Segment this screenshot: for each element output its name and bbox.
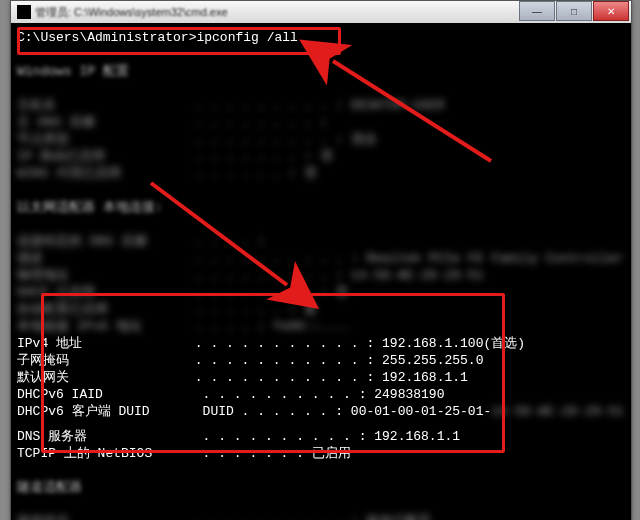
- host-row: 主机名 . . . . . . . . . : DESKTOP-USER: [17, 97, 625, 114]
- dns-suffix-row: 主 DNS 后缀 . . . . . . . . :: [17, 114, 625, 131]
- dns-row: DNS 服务器 . . . . . . . . . . : 192.168.1.…: [17, 428, 625, 445]
- desc-row: 描述 . . . . . . . . . . : Realtek PCIe FE…: [17, 250, 625, 267]
- command-line: C:\Users\Administrator>ipconfig /all: [17, 29, 625, 46]
- conn-dns-row: 连接特定的 DNS 后缀 . . . . :: [17, 233, 625, 250]
- minimize-button[interactable]: —: [519, 1, 555, 21]
- tunnel-title: 隧道适配器: [17, 479, 625, 496]
- maximize-button[interactable]: □: [556, 1, 592, 21]
- window-buttons: — □ ✕: [518, 1, 629, 21]
- duid-row: DHCPv6 客户端 DUID DUID . . . . . . : 00-01…: [17, 403, 625, 420]
- cmd-window: 管理员: C:\Windows\system32\cmd.exe — □ ✕ C…: [10, 0, 632, 520]
- ipv6-row: 本地链接 IPv6 地址 . . . . : fe80::....: [17, 318, 625, 335]
- section-windows-ip: Windows IP 配置: [17, 63, 625, 80]
- iaid-row: DHCPv6 IAID . . . . . . . . . . : 249838…: [17, 386, 625, 403]
- routing-row: IP 路由已启用 . . . . . . . : 否: [17, 148, 625, 165]
- wins-row: WINS 代理已启用 . . . . . . : 否: [17, 165, 625, 182]
- auto-row: 自动配置已启用 . . . . . . : 是: [17, 301, 625, 318]
- phys-row: 物理地址 . . . . . . . . . : 14-58-AE-20-29-…: [17, 267, 625, 284]
- media-row: 媒体状态 . . . . . . . . . . : 媒体已断开: [17, 513, 625, 520]
- gateway-row: 默认网关 . . . . . . . . . . . : 192.168.1.1: [17, 369, 625, 386]
- mask-row: 子网掩码 . . . . . . . . . . . : 255.255.255…: [17, 352, 625, 369]
- dhcp-row: DHCP 已启用 . . . . . . . . : 否: [17, 284, 625, 301]
- netbios-row: TCPIP 上的 NetBIOS . . . . . . : 已启用: [17, 445, 625, 462]
- ipv4-row: IPv4 地址 . . . . . . . . . . . : 192.168.…: [17, 335, 625, 352]
- console-output[interactable]: C:\Users\Administrator>ipconfig /all Win…: [11, 23, 631, 520]
- window-title: 管理员: C:\Windows\system32\cmd.exe: [35, 5, 228, 20]
- cmd-icon: [17, 5, 31, 19]
- adapter-title: 以太网适配器 本地连接:: [17, 199, 625, 216]
- close-button[interactable]: ✕: [593, 1, 629, 21]
- node-row: 节点类型 . . . . . . . . . : 混合: [17, 131, 625, 148]
- titlebar[interactable]: 管理员: C:\Windows\system32\cmd.exe — □ ✕: [11, 1, 631, 23]
